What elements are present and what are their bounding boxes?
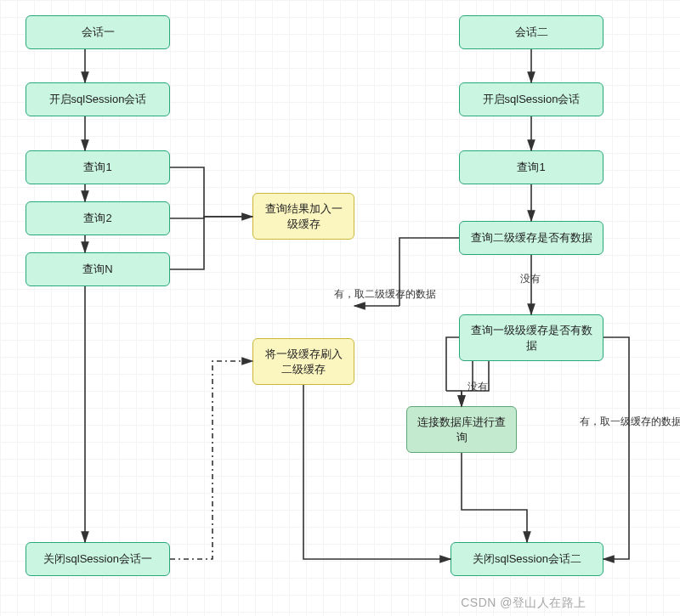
node-label: 会话一 bbox=[82, 25, 115, 40]
node-label: 查询2 bbox=[83, 211, 111, 226]
node-label: 连接数据库进行查询 bbox=[414, 415, 509, 444]
node-label: 查询N bbox=[82, 262, 112, 277]
edge-label-has-l2: 有，取二级缓存的数据 bbox=[334, 287, 436, 302]
node-connect-db-query: 连接数据库进行查询 bbox=[406, 406, 517, 453]
node-label: 查询二级缓存是否有数据 bbox=[471, 230, 592, 246]
node-check-l1-cache: 查询一级级缓存是否有数据 bbox=[459, 314, 604, 361]
node-open-session-2: 开启sqlSession会话 bbox=[459, 82, 604, 116]
node-label: 开启sqlSession会话 bbox=[483, 92, 581, 107]
node-query-2: 查询2 bbox=[26, 201, 170, 235]
node-check-l2-cache: 查询二级缓存是否有数据 bbox=[459, 221, 604, 255]
node-label: 查询1 bbox=[83, 160, 111, 175]
node-flush-to-l2-cache: 将一级缓存刷入二级缓存 bbox=[252, 338, 354, 385]
node-label: 关闭sqlSession会话一 bbox=[43, 551, 152, 567]
node-session-2: 会话二 bbox=[459, 15, 604, 49]
node-label: 查询结果加入一级缓存 bbox=[260, 201, 347, 231]
node-query-1b: 查询1 bbox=[459, 150, 604, 184]
node-query-n: 查询N bbox=[26, 252, 170, 286]
node-close-session-1: 关闭sqlSession会话一 bbox=[26, 542, 170, 576]
node-label: 查询1 bbox=[517, 160, 545, 175]
edge-label-has-l1: 有，取一级缓存的数据 bbox=[580, 415, 680, 429]
node-label: 将一级缓存刷入二级缓存 bbox=[260, 347, 347, 376]
node-close-session-2: 关闭sqlSession会话二 bbox=[450, 542, 604, 576]
node-label: 关闭sqlSession会话二 bbox=[473, 551, 581, 567]
node-label: 查询一级级缓存是否有数据 bbox=[467, 323, 596, 353]
node-label: 会话二 bbox=[515, 25, 548, 40]
node-open-session-1: 开启sqlSession会话 bbox=[26, 82, 170, 116]
edge-label-no-l2: 没有 bbox=[520, 272, 541, 286]
node-result-to-l1-cache: 查询结果加入一级缓存 bbox=[252, 193, 354, 240]
watermark: CSDN @登山人在路上 bbox=[461, 596, 586, 611]
node-query-1: 查询1 bbox=[26, 150, 170, 184]
node-session-1: 会话一 bbox=[26, 15, 170, 49]
edge-label-no-l1: 没有 bbox=[468, 380, 488, 394]
node-label: 开启sqlSession会话 bbox=[49, 92, 147, 107]
